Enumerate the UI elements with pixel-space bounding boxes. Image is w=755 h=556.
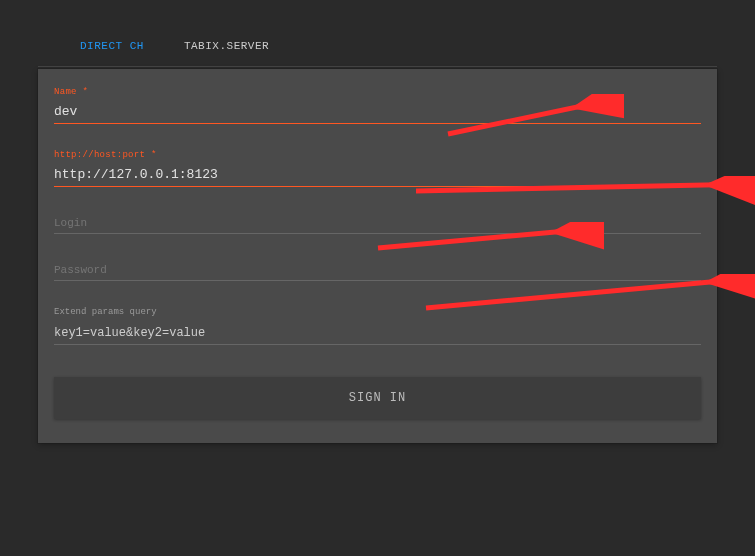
field-extend-params: Extend params query — [54, 307, 701, 345]
signin-button[interactable]: SIGN IN — [54, 377, 701, 419]
field-login — [54, 213, 701, 234]
name-label: Name * — [54, 87, 701, 97]
extend-input[interactable] — [54, 324, 701, 345]
password-input[interactable] — [54, 264, 701, 276]
field-host: http://host:port * — [54, 150, 701, 187]
field-password — [54, 260, 701, 281]
field-name: Name * — [54, 87, 701, 124]
host-label: http://host:port * — [54, 150, 701, 160]
login-input[interactable] — [54, 217, 701, 229]
connection-tabs: DIRECT CH TABIX.SERVER — [38, 40, 717, 67]
host-input[interactable] — [54, 165, 701, 187]
tab-tabix-server[interactable]: TABIX.SERVER — [184, 40, 269, 52]
tab-direct-ch[interactable]: DIRECT CH — [80, 40, 144, 52]
extend-label: Extend params query — [54, 307, 701, 317]
login-form-card: Name * http://host:port * Extend params … — [38, 69, 717, 443]
name-input[interactable] — [54, 102, 701, 124]
